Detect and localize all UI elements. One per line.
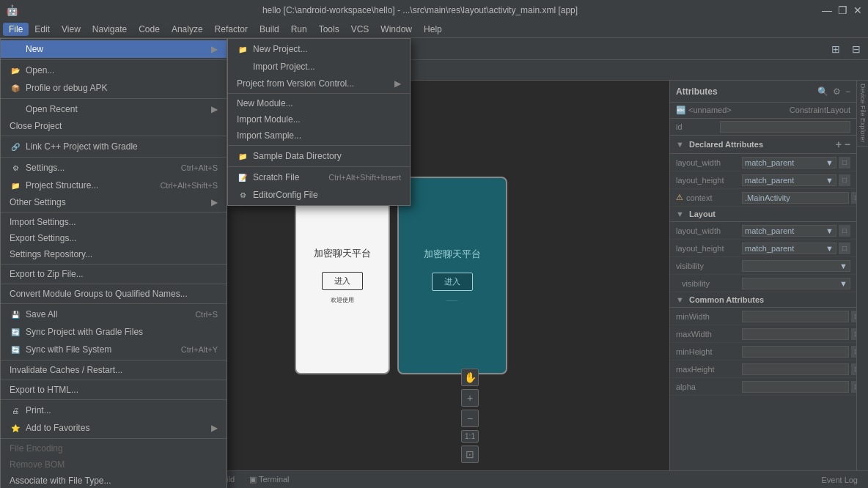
- file-menu-section-1: New ▶: [1, 39, 227, 60]
- file-menu-other-settings[interactable]: Other Settings ▶: [1, 194, 227, 210]
- file-menu-import-settings[interactable]: Import Settings...: [1, 214, 227, 230]
- attr-label-maxw: maxWidth: [676, 330, 742, 339]
- file-menu-associate-type[interactable]: Associate with File Type...: [1, 473, 227, 488]
- menu-item-navigate[interactable]: Navigate: [87, 23, 133, 36]
- search-attrs-icon[interactable]: 🔍: [817, 86, 828, 97]
- file-menu-link-cpp[interactable]: 🔗Link C++ Project with Gradle: [1, 138, 227, 155]
- zoom-in-btn[interactable]: +: [461, 389, 479, 407]
- menu-item-help[interactable]: Help: [418, 23, 448, 36]
- menu-item-vcs[interactable]: VCS: [345, 23, 375, 36]
- recent-icon: [10, 103, 21, 115]
- attr-dropdown-lw[interactable]: match_parent▼: [742, 225, 836, 237]
- zoom-fit-btn[interactable]: ⊡: [461, 446, 479, 463]
- file-menu-settings-repo[interactable]: Settings Repository...: [1, 246, 227, 262]
- import-project[interactable]: Import Project...: [228, 58, 410, 75]
- menu-item-build[interactable]: Build: [254, 23, 285, 36]
- file-menu-settings[interactable]: ⚙Settings... Ctrl+Alt+S: [1, 159, 227, 177]
- file-menu-section-9: 💾Save All Ctrl+S 🔄Sync Project with Grad…: [1, 304, 227, 361]
- project-from-vcs[interactable]: Project from Version Control... ▶: [228, 75, 410, 92]
- alpha-input[interactable]: [742, 381, 849, 393]
- file-menu-print[interactable]: 🖨Print...: [1, 402, 227, 419]
- context-input[interactable]: [742, 192, 849, 204]
- attr-dropdown-lh-d[interactable]: match_parent▼: [742, 174, 836, 186]
- menu-item-view[interactable]: View: [56, 23, 87, 36]
- file-menu-section-5: ⚙Settings... Ctrl+Alt+S 📁Project Structu…: [1, 158, 227, 212]
- zoom-pan-btn[interactable]: ✋: [461, 369, 479, 386]
- menu-item-run[interactable]: Run: [285, 23, 313, 36]
- import-sample[interactable]: Import Sample...: [228, 127, 410, 144]
- file-menu-export-html[interactable]: Export to HTML...: [1, 382, 227, 398]
- file-menu-section-12: 🖨Print... ⭐Add to Favorites ▶: [1, 400, 227, 439]
- attr-dropdown-vis2[interactable]: ▼: [742, 278, 850, 289]
- menu-item-refactor[interactable]: Refactor: [209, 23, 254, 36]
- file-menu-open-recent[interactable]: Open Recent ▶: [1, 100, 227, 118]
- attr-dropdown-vis1[interactable]: ▼: [742, 260, 850, 272]
- scratch-file[interactable]: 📝Scratch File Ctrl+Alt+Shift+Insert: [228, 169, 410, 186]
- other-settings-arrow: ▶: [211, 197, 218, 207]
- add-attr-btn[interactable]: +: [836, 138, 842, 150]
- attr-delete-lh-d[interactable]: □: [839, 174, 850, 186]
- apk-icon: 📦: [10, 82, 21, 94]
- minheight-input[interactable]: [742, 346, 849, 358]
- toolbar-layout2[interactable]: ⊟: [847, 40, 865, 58]
- unnamed-label: 🔤 <unnamed>: [676, 106, 732, 115]
- toolbar-layout[interactable]: ⊞: [827, 40, 845, 58]
- menu-item-code[interactable]: Code: [133, 23, 166, 36]
- file-menu-project-structure[interactable]: 📁Project Structure... Ctrl+Alt+Shift+S: [1, 177, 227, 194]
- minwidth-input[interactable]: [742, 311, 849, 322]
- sample-data-dir[interactable]: 📁Sample Data Directory: [228, 147, 410, 165]
- device-file-explorer-label[interactable]: Device File Explorer: [857, 81, 868, 147]
- file-menu-export-settings[interactable]: Export Settings...: [1, 230, 227, 246]
- file-menu-new[interactable]: New ▶: [1, 40, 227, 58]
- vcs-arrow: ▶: [394, 78, 401, 89]
- file-menu-close-project[interactable]: Close Project: [1, 118, 227, 134]
- new-project-icon: 📁: [237, 43, 249, 55]
- menu-item-edit[interactable]: Edit: [29, 23, 56, 36]
- file-menu-invalidate[interactable]: Invalidate Caches / Restart...: [1, 362, 227, 378]
- file-menu-profile-apk[interactable]: 📦Profile or debug APK: [1, 79, 227, 97]
- attrs-header-icons: 🔍 ⚙ −: [817, 86, 850, 97]
- menu-item-file[interactable]: File: [3, 23, 29, 36]
- file-menu-sync-fs[interactable]: 🔄Sync with File System Ctrl+Alt+Y: [1, 341, 227, 358]
- link-icon: 🔗: [10, 141, 21, 152]
- close-attrs-icon[interactable]: −: [845, 86, 850, 97]
- maxwidth-input[interactable]: [742, 328, 849, 340]
- title-controls: — ❐ ✕: [822, 4, 862, 16]
- zoom-out-btn[interactable]: −: [461, 410, 479, 427]
- file-menu-section-10: Invalidate Caches / Restart...: [1, 361, 227, 380]
- attr-dropdown-lh[interactable]: match_parent▼: [742, 243, 836, 254]
- remove-attr-btn[interactable]: −: [845, 138, 850, 150]
- attr-label-maxh: maxHeight: [676, 365, 742, 374]
- attr-delete-lw-d[interactable]: □: [839, 157, 850, 169]
- file-menu-add-favorites[interactable]: ⭐Add to Favorites ▶: [1, 419, 227, 437]
- settings-attrs-icon[interactable]: ⚙: [833, 86, 841, 97]
- minimize-button[interactable]: —: [822, 4, 832, 16]
- attr-row-maxwidth: maxWidth □: [670, 325, 856, 343]
- attr-lw-extra[interactable]: □: [839, 225, 850, 237]
- menu-item-window[interactable]: Window: [375, 23, 418, 36]
- id-input[interactable]: [720, 121, 850, 133]
- common-attrs-title: Common Attributes: [689, 295, 764, 304]
- menu-item-tools[interactable]: Tools: [313, 23, 345, 36]
- tab-terminal[interactable]: ▣ Terminal: [242, 473, 296, 486]
- maxheight-input[interactable]: [742, 363, 849, 375]
- attr-dropdown-lw-d[interactable]: match_parent▼: [742, 157, 836, 169]
- title-bar: 🤖 hello [C:\android-workspace\hello] - .…: [0, 0, 868, 21]
- close-button[interactable]: ✕: [853, 4, 862, 16]
- maximize-button[interactable]: ❐: [838, 4, 847, 16]
- menu-item-analyze[interactable]: Analyze: [166, 23, 209, 36]
- file-menu-save-all[interactable]: 💾Save All Ctrl+S: [1, 306, 227, 323]
- new-project[interactable]: 📁New Project...: [228, 40, 410, 58]
- import-module[interactable]: Import Module...: [228, 111, 410, 127]
- editorconfig-file[interactable]: ⚙EditorConfig File: [228, 186, 410, 204]
- attr-row-layout-width: layout_width match_parent▼ □: [670, 222, 856, 240]
- new-module[interactable]: New Module...: [228, 95, 410, 111]
- attr-lh-extra[interactable]: □: [839, 243, 850, 254]
- tab-event-log[interactable]: Event Log: [814, 474, 865, 486]
- attr-row-alpha: alpha □: [670, 378, 856, 396]
- file-menu-open[interactable]: 📂Open...: [1, 62, 227, 79]
- file-menu-convert-modules[interactable]: Convert Module Groups to Qualified Names…: [1, 286, 227, 302]
- file-menu-sync-gradle[interactable]: 🔄Sync Project with Gradle Files: [1, 323, 227, 341]
- file-menu-export-zip[interactable]: Export to Zip File...: [1, 266, 227, 282]
- id-row: id: [670, 119, 856, 136]
